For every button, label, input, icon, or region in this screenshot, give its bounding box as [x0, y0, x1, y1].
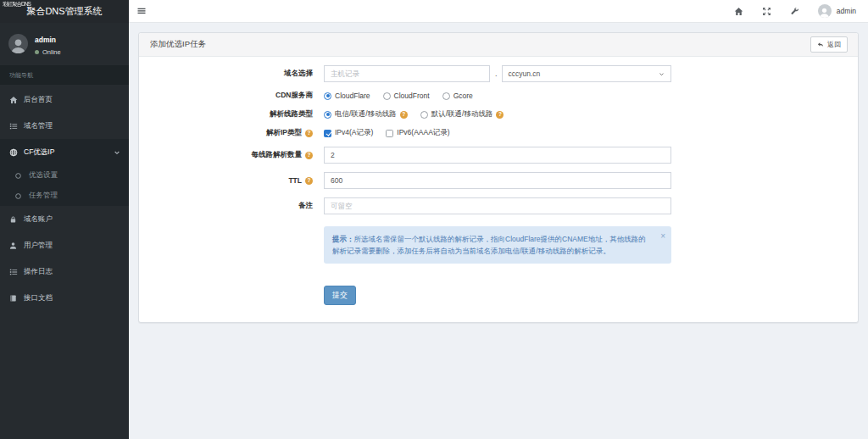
- sidebar: 彩虹聚合DNS 聚合DNS管理系统 admin Online 功能导航 后台首页: [0, 0, 129, 439]
- radio-cloudfront[interactable]: CloudFront: [383, 92, 430, 100]
- checkbox-ipv4[interactable]: IPv4(A记录): [324, 128, 373, 138]
- form-row-ip-type: 解析IP类型 ? IPv4(A记录) IPv6(AAAA记录): [139, 128, 858, 138]
- navbar-user-menu[interactable]: admin: [809, 4, 860, 18]
- form-row-ttl: TTL ?: [139, 172, 858, 189]
- home-icon[interactable]: [725, 7, 753, 16]
- field-label: CDN服务商: [139, 91, 324, 101]
- field-label: 解析线路类型: [139, 109, 324, 119]
- info-alert: 提示：所选域名需保留一个默认线路的解析记录，指向CloudFlare提供的CNA…: [324, 226, 671, 264]
- sidebar-item-domain-manage[interactable]: 域名管理: [0, 113, 129, 139]
- wrench-icon[interactable]: [781, 7, 809, 16]
- lock-icon: [8, 215, 18, 224]
- sidebar-section-header: 功能导航: [0, 65, 129, 85]
- sidebar-item-user-manage[interactable]: 用户管理: [0, 232, 129, 258]
- form-row-domain: 域名选择 . cccyun.cn: [139, 65, 858, 82]
- help-icon[interactable]: ?: [496, 111, 504, 119]
- form-row-remark: 备注: [139, 197, 858, 214]
- radio-cloudflare[interactable]: CloudFlare: [324, 92, 370, 100]
- user-panel: admin Online: [0, 23, 129, 65]
- person-icon: [10, 37, 26, 53]
- host-record-input[interactable]: [324, 65, 490, 82]
- checkbox-icon: [324, 130, 331, 137]
- help-icon[interactable]: ?: [305, 177, 313, 185]
- user-avatar: [8, 34, 28, 53]
- help-icon[interactable]: ?: [400, 111, 408, 119]
- sidebar-item-dashboard[interactable]: 后台首页: [0, 86, 129, 113]
- sidebar-menu: 后台首页 域名管理 CF优选IP 优选设置: [0, 85, 129, 311]
- radio-icon: [420, 111, 428, 119]
- sidebar-item-cf-preferred-ip[interactable]: CF优选IP: [0, 139, 129, 165]
- checkbox-icon: [386, 130, 393, 137]
- field-label: 备注: [139, 201, 324, 211]
- radio-icon: [442, 92, 450, 100]
- sidebar-item-domain-accounts[interactable]: 域名账户: [0, 206, 129, 232]
- radio-isp-lines[interactable]: 电信/联通/移动线路 ?: [324, 109, 408, 119]
- home-icon: [8, 96, 18, 104]
- online-dot-icon: [35, 50, 39, 54]
- alert-text: 所选域名需保留一个默认线路的解析记录，指向CloudFlare提供的CNAME地…: [332, 235, 646, 255]
- content-area: 添加优选IP任务 返回 域名选择 .: [129, 23, 868, 439]
- field-label: TTL ?: [139, 176, 324, 185]
- list-icon: [8, 122, 18, 131]
- per-line-count-input[interactable]: [324, 147, 671, 164]
- alert-lead: 提示：: [332, 235, 354, 243]
- close-icon[interactable]: ×: [660, 230, 665, 244]
- navbar-username: admin: [837, 7, 856, 15]
- app-title: 聚合DNS管理系统: [26, 5, 102, 18]
- field-label: 每线路解析数量 ?: [139, 150, 324, 160]
- submit-button[interactable]: 提交: [324, 286, 356, 305]
- field-label: 解析IP类型 ?: [139, 128, 324, 138]
- radio-icon: [324, 92, 331, 100]
- remark-input[interactable]: [324, 197, 671, 214]
- circle-o-icon: [14, 192, 23, 200]
- help-icon[interactable]: ?: [305, 130, 313, 137]
- page-title: 添加优选IP任务: [150, 39, 206, 50]
- sidebar-item-task-manage[interactable]: 任务管理: [0, 186, 129, 206]
- form-row-cdn: CDN服务商 CloudFlare CloudFront: [139, 91, 858, 101]
- card-header: 添加优选IP任务 返回: [139, 33, 858, 57]
- reply-arrow-icon: [817, 42, 824, 48]
- list-icon: [8, 268, 18, 276]
- book-icon: [8, 294, 18, 303]
- user-avatar: [818, 4, 832, 18]
- add-task-card: 添加优选IP任务 返回 域名选择 .: [138, 32, 859, 323]
- logo-artifact: 彩虹聚合DNS: [3, 1, 31, 8]
- field-label: 域名选择: [139, 69, 324, 79]
- sidebar-toggle-icon[interactable]: [136, 6, 147, 16]
- back-button[interactable]: 返回: [810, 36, 848, 53]
- domain-separator: .: [495, 69, 498, 78]
- radio-icon: [383, 92, 391, 100]
- help-icon[interactable]: ?: [305, 152, 313, 159]
- checkbox-ipv6[interactable]: IPv6(AAAA记录): [386, 128, 449, 138]
- chevron-down-icon: [659, 71, 665, 77]
- ttl-input[interactable]: [324, 172, 671, 189]
- sidebar-tree-cf-ip: CF优选IP 优选设置 任务管理: [0, 139, 129, 206]
- circle-o-icon: [14, 172, 23, 180]
- sidebar-item-operation-log[interactable]: 操作日志: [0, 258, 129, 285]
- fullscreen-icon[interactable]: [753, 7, 781, 16]
- sidebar-item-preferred-settings[interactable]: 优选设置: [0, 165, 129, 186]
- form-row-line-type: 解析线路类型 电信/联通/移动线路 ? 默认/联通/移动线路 ?: [139, 109, 858, 119]
- domain-select[interactable]: cccyun.cn: [502, 65, 671, 82]
- sidebar-item-api-docs[interactable]: 接口文档: [0, 285, 129, 311]
- app-logo[interactable]: 彩虹聚合DNS 聚合DNS管理系统: [0, 0, 129, 23]
- chevron-down-icon: [114, 149, 120, 156]
- user-icon: [8, 242, 18, 250]
- main-area: admin 添加优选IP任务 返回 域名选择: [129, 0, 868, 439]
- radio-gcore[interactable]: Gcore: [442, 92, 473, 100]
- form-row-per-line: 每线路解析数量 ?: [139, 147, 858, 164]
- form: 域名选择 . cccyun.cn: [139, 57, 858, 322]
- user-name: admin: [35, 36, 56, 44]
- radio-default-lines[interactable]: 默认/联通/移动线路 ?: [420, 109, 504, 119]
- radio-icon: [324, 111, 331, 119]
- top-navbar: admin: [129, 0, 868, 23]
- user-status: Online: [35, 48, 61, 56]
- globe-icon: [8, 148, 18, 157]
